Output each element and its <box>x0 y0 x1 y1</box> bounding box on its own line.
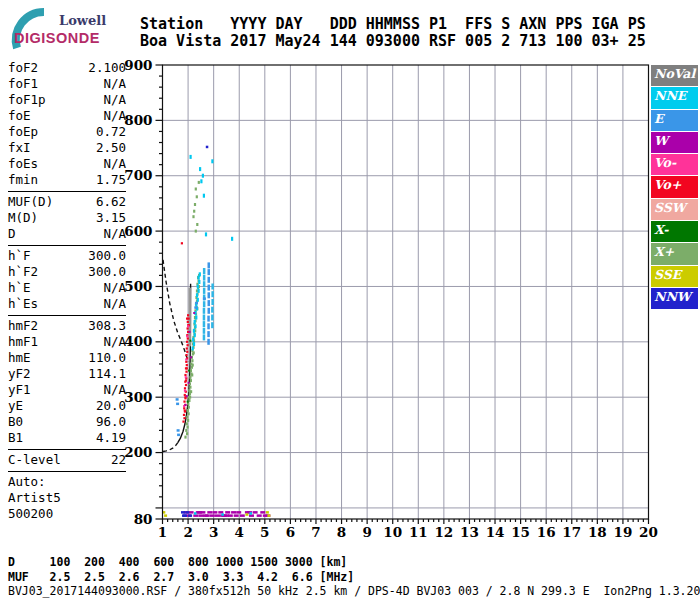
legend-item-x: X+ <box>651 243 698 264</box>
x-tick-14: 14 <box>486 524 505 540</box>
ionogram-plot: 9008007006005004003002008012345678910111… <box>0 0 700 600</box>
x-tick-9: 9 <box>362 524 371 540</box>
y-tick-300: 300 <box>124 389 152 405</box>
echo-series-w-row <box>184 511 271 517</box>
line-muf-transmission-curve <box>163 260 188 362</box>
y-tick-80: 80 <box>134 511 153 527</box>
y-tick-200: 200 <box>124 444 152 460</box>
echo-series-e-column <box>207 262 210 344</box>
x-tick-6: 6 <box>286 524 295 540</box>
echo-series-nnw <box>206 146 209 149</box>
x-tick-8: 8 <box>337 524 346 540</box>
legend-item-noval: NoVal <box>651 65 698 86</box>
x-tick-18: 18 <box>588 524 607 540</box>
axes <box>156 65 649 524</box>
gridlines <box>163 65 649 519</box>
x-tick-19: 19 <box>614 524 633 540</box>
x-tick-12: 12 <box>434 524 453 540</box>
legend-item-vo: Vo+ <box>651 176 698 197</box>
file-info-line: BVJ03_2017144093000.RSF / 380fx512h 50 k… <box>8 584 700 598</box>
x-tick-4: 4 <box>235 524 244 540</box>
x-tick-7: 7 <box>311 524 320 540</box>
x-tick-10: 10 <box>383 524 402 540</box>
x-tick-17: 17 <box>562 524 581 540</box>
legend-item-nnw: NNW <box>651 288 698 309</box>
legend-item-ssw: SSW <box>651 199 698 220</box>
y-tick-800: 800 <box>124 112 152 128</box>
legend-item-x: X- <box>651 221 698 242</box>
distance-row: D 100 200 400 600 800 1000 1500 3000 [km… <box>8 555 347 569</box>
y-tick-600: 600 <box>124 223 152 239</box>
x-tick-1: 1 <box>158 524 167 540</box>
echo-direction-legend: NoValNNEEWVo-Vo+SSWX-X+SSENNW <box>651 65 698 310</box>
x-tick-20: 20 <box>639 524 658 540</box>
y-tick-700: 700 <box>124 167 152 183</box>
x-tick-3: 3 <box>209 524 218 540</box>
x-tick-13: 13 <box>460 524 479 540</box>
legend-item-e: E <box>651 110 698 131</box>
echo-points <box>162 146 270 517</box>
line-profile-extrapolated <box>163 443 178 452</box>
ionogram-page: Lowell DIGISONDE Station YYYY DAY DDD HH… <box>0 0 700 600</box>
x-tick-16: 16 <box>537 524 556 540</box>
legend-item-vo: Vo- <box>651 154 698 175</box>
legend-item-nne: NNE <box>651 87 698 108</box>
muf-row: MUF 2.5 2.5 2.6 2.7 3.0 3.3 4.2 6.6 [MHz… <box>8 570 354 584</box>
y-tick-900: 900 <box>124 57 152 73</box>
x-tick-11: 11 <box>409 524 428 540</box>
legend-item-sse: SSE <box>651 266 698 287</box>
y-tick-500: 500 <box>124 278 152 294</box>
x-tick-15: 15 <box>511 524 530 540</box>
x-tick-5: 5 <box>260 524 269 540</box>
y-tick-400: 400 <box>124 333 152 349</box>
footer-block: D 100 200 400 600 800 1000 1500 3000 [km… <box>8 555 700 599</box>
x-tick-2: 2 <box>183 524 192 540</box>
legend-item-w: W <box>651 132 698 153</box>
